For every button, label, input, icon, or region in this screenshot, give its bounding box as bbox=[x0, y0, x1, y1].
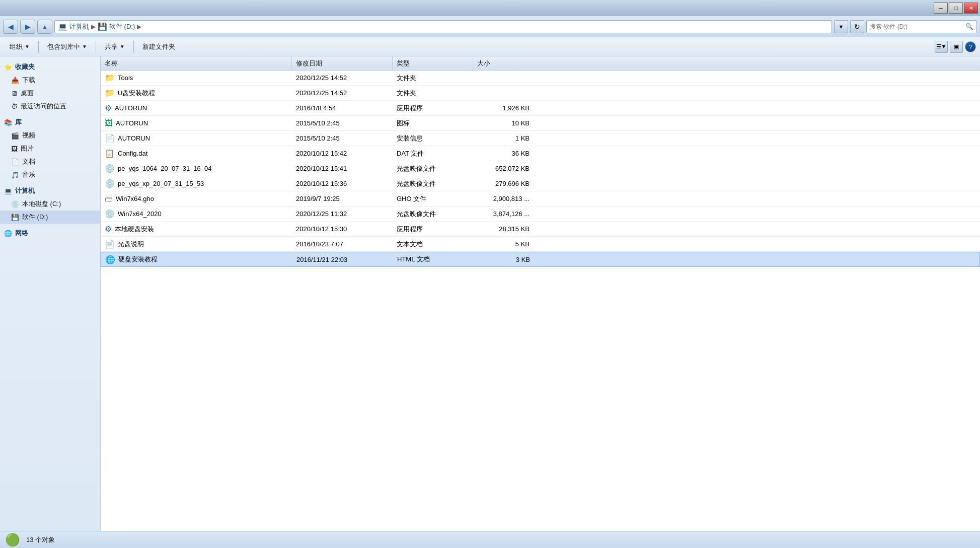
file-modified-cell: 2020/10/12 15:36 bbox=[292, 180, 393, 187]
include-button[interactable]: 包含到库中 ▼ bbox=[42, 39, 93, 54]
back-button[interactable]: ◀ bbox=[3, 20, 18, 34]
table-row[interactable]: 📄 AUTORUN 2015/5/10 2:45 安装信息 1 KB bbox=[101, 131, 980, 146]
col-size-label: 大小 bbox=[477, 59, 490, 68]
sidebar-item-c-drive[interactable]: 💿 本地磁盘 (C:) bbox=[0, 197, 100, 211]
file-name-cell: 📋 Config.dat bbox=[101, 149, 292, 158]
file-type-cell: 文件夹 bbox=[393, 89, 473, 98]
share-button[interactable]: 共享 ▼ bbox=[99, 39, 130, 54]
breadcrumb-computer[interactable]: 计算机 bbox=[69, 22, 89, 31]
favorites-header[interactable]: ⭐ 收藏夹 bbox=[0, 60, 100, 74]
table-row[interactable]: 🖼 AUTORUN 2015/5/10 2:45 图标 10 KB bbox=[101, 116, 980, 131]
sidebar-section-library: 📚 库 🎬 视频 🖼 图片 📄 文档 🎵 音乐 bbox=[0, 116, 100, 181]
file-modified-cell: 2015/5/10 2:45 bbox=[292, 119, 393, 127]
forward-button[interactable]: ▶ bbox=[20, 20, 35, 34]
file-modified: 2020/10/12 15:42 bbox=[296, 150, 347, 157]
file-modified-cell: 2016/11/21 22:03 bbox=[292, 256, 393, 263]
file-modified: 2016/10/23 7:07 bbox=[296, 240, 343, 248]
file-size: 36 KB bbox=[512, 150, 530, 157]
recent-label: 最近访问的位置 bbox=[21, 102, 66, 111]
file-type-cell: 应用程序 bbox=[393, 225, 473, 234]
separator3 bbox=[133, 41, 134, 53]
file-name: pe_yqs_1064_20_07_31_16_04 bbox=[118, 165, 212, 172]
table-row[interactable]: ⚙ 本地硬盘安装 2020/10/12 15:30 应用程序 28,315 KB bbox=[101, 222, 980, 237]
col-type[interactable]: 类型 bbox=[393, 56, 473, 70]
file-modified: 2015/5/10 2:45 bbox=[296, 134, 340, 142]
sidebar-item-documents[interactable]: 📄 文档 bbox=[0, 155, 100, 168]
table-row[interactable]: 💿 Win7x64_2020 2020/12/25 11:32 光盘映像文件 3… bbox=[101, 207, 980, 222]
file-type-icon: 🖼 bbox=[105, 119, 113, 128]
sidebar-item-downloads[interactable]: 📥 下载 bbox=[0, 74, 100, 87]
file-name: U盘安装教程 bbox=[118, 89, 155, 98]
include-dropdown-icon: ▼ bbox=[82, 44, 87, 49]
table-row[interactable]: 🗃 Win7x64.gho 2019/9/7 19:25 GHO 文件 2,90… bbox=[101, 191, 980, 207]
file-type-cell: 文本文档 bbox=[393, 240, 473, 249]
breadcrumb-drive[interactable]: 软件 (D:) bbox=[109, 22, 135, 31]
computer-header[interactable]: 💻 计算机 bbox=[0, 184, 100, 197]
maximize-button[interactable]: □ bbox=[949, 3, 963, 14]
column-header: 名称 修改日期 类型 大小 bbox=[101, 56, 980, 71]
table-row[interactable]: 📋 Config.dat 2020/10/12 15:42 DAT 文件 36 … bbox=[101, 146, 980, 161]
file-type-cell: 图标 bbox=[393, 119, 473, 128]
col-modified[interactable]: 修改日期 bbox=[292, 56, 393, 70]
file-name: AUTORUN bbox=[118, 134, 150, 142]
network-header[interactable]: 🌐 网络 bbox=[0, 227, 100, 240]
file-size-cell: 2,900,813 ... bbox=[473, 195, 534, 202]
sidebar-item-recent[interactable]: ⏱ 最近访问的位置 bbox=[0, 100, 100, 113]
library-header[interactable]: 📚 库 bbox=[0, 116, 100, 129]
file-name: AUTORUN bbox=[115, 104, 147, 112]
up-button[interactable]: ▲ bbox=[37, 20, 52, 34]
table-row[interactable]: 🌐 硬盘安装教程 2016/11/21 22:03 HTML 文档 3 KB bbox=[101, 252, 980, 267]
file-type: 应用程序 bbox=[397, 104, 423, 113]
file-size: 1 KB bbox=[515, 134, 530, 142]
toolbar: 组织 ▼ 包含到库中 ▼ 共享 ▼ 新建文件夹 ☰▼ ▣ ? bbox=[0, 37, 980, 56]
file-modified: 2020/10/12 15:41 bbox=[296, 165, 347, 172]
search-input[interactable] bbox=[870, 23, 963, 30]
sidebar-item-video[interactable]: 🎬 视频 bbox=[0, 129, 100, 142]
table-row[interactable]: 💿 pe_yqs_1064_20_07_31_16_04 2020/10/12 … bbox=[101, 161, 980, 176]
computer-icon: 💻 bbox=[58, 22, 67, 31]
minimize-button[interactable]: ─ bbox=[934, 3, 948, 14]
search-bar[interactable]: 🔍 bbox=[866, 20, 977, 33]
file-size: 5 KB bbox=[515, 240, 530, 248]
new-folder-button[interactable]: 新建文件夹 bbox=[137, 39, 181, 54]
table-row[interactable]: ⚙ AUTORUN 2016/1/8 4:54 应用程序 1,926 KB bbox=[101, 101, 980, 116]
computer-section-icon: 💻 bbox=[4, 187, 12, 195]
file-size: 279,696 KB bbox=[495, 180, 530, 187]
table-row[interactable]: 💿 pe_yqs_xp_20_07_31_15_53 2020/10/12 15… bbox=[101, 176, 980, 191]
sidebar-section-computer: 💻 计算机 💿 本地磁盘 (C:) 💾 软件 (D:) bbox=[0, 184, 100, 224]
col-size[interactable]: 大小 bbox=[473, 56, 534, 70]
file-name: 硬盘安装教程 bbox=[118, 255, 158, 264]
view-button[interactable]: ☰▼ bbox=[935, 41, 948, 53]
file-modified-cell: 2016/1/8 4:54 bbox=[292, 104, 393, 112]
table-row[interactable]: 📄 光盘说明 2016/10/23 7:07 文本文档 5 KB bbox=[101, 237, 980, 252]
sidebar-item-desktop[interactable]: 🖥 桌面 bbox=[0, 87, 100, 100]
file-type-icon: 💿 bbox=[105, 179, 115, 188]
video-icon: 🎬 bbox=[11, 132, 19, 140]
help-button[interactable]: ? bbox=[965, 41, 976, 52]
file-type: 光盘映像文件 bbox=[397, 164, 436, 173]
sidebar-item-music[interactable]: 🎵 音乐 bbox=[0, 168, 100, 181]
file-size-cell: 652,072 KB bbox=[473, 165, 534, 172]
table-row[interactable]: 📁 U盘安装教程 2020/12/25 14:52 文件夹 bbox=[101, 86, 980, 101]
file-size: 28,315 KB bbox=[499, 225, 530, 233]
organize-button[interactable]: 组织 ▼ bbox=[4, 39, 35, 54]
new-folder-label: 新建文件夹 bbox=[142, 42, 175, 51]
file-modified-cell: 2020/10/12 15:42 bbox=[292, 150, 393, 157]
sidebar-item-pictures[interactable]: 🖼 图片 bbox=[0, 142, 100, 155]
close-button[interactable]: ✕ bbox=[964, 3, 978, 14]
toolbar-right: ☰▼ ▣ ? bbox=[935, 41, 976, 53]
preview-button[interactable]: ▣ bbox=[950, 41, 963, 53]
col-name[interactable]: 名称 bbox=[101, 56, 292, 70]
file-type: DAT 文件 bbox=[397, 149, 424, 158]
table-row[interactable]: 📁 Tools 2020/12/25 14:52 文件夹 bbox=[101, 71, 980, 86]
computer-label: 计算机 bbox=[15, 186, 35, 195]
file-size-cell: 279,696 KB bbox=[473, 180, 534, 187]
file-name-cell: ⚙ AUTORUN bbox=[101, 103, 292, 113]
sidebar-item-d-drive[interactable]: 💾 软件 (D:) bbox=[0, 211, 100, 224]
refresh-button[interactable]: ↻ bbox=[850, 20, 864, 33]
file-modified-cell: 2020/12/25 14:52 bbox=[292, 89, 393, 97]
desktop-icon: 🖥 bbox=[11, 90, 18, 97]
dropdown-button[interactable]: ▼ bbox=[834, 20, 848, 33]
file-type-icon: ⚙ bbox=[105, 103, 112, 113]
titlebar: ─ □ ✕ bbox=[0, 0, 980, 16]
